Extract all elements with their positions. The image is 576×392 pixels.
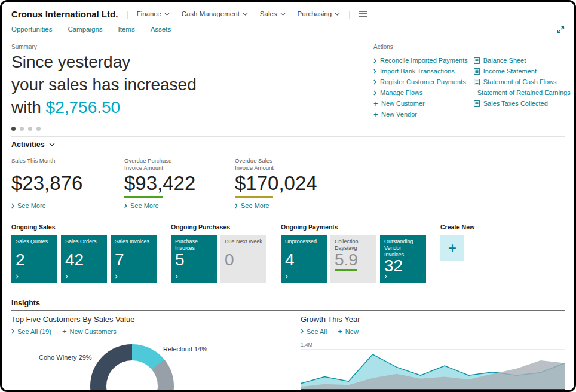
plus-icon: + xyxy=(373,100,378,107)
customers-donut-canvas: Coho Winery 29% Relecloud 14% xyxy=(11,339,301,392)
tile-outstanding-vendor-invoices[interactable]: Outstanding Vendor Invoices 32 xyxy=(380,235,426,283)
chevron-down-icon xyxy=(164,13,170,16)
insights-charts: Top Five Customers By Sales Value See Al… xyxy=(11,315,565,392)
growth-panel: Growth This Year See All + New 1.4M xyxy=(301,315,565,392)
action-reconcile-imported-payments[interactable]: Reconcile Imported Payments xyxy=(373,55,468,66)
action-balance-sheet[interactable]: Balance Sheet xyxy=(474,55,568,66)
kpi-value: $93,422 xyxy=(124,173,235,194)
menu-icon[interactable] xyxy=(359,11,367,17)
kpi-overdue-sales: Overdue SalesInvoice Amount $170,024 See… xyxy=(235,157,348,209)
carousel-dot[interactable] xyxy=(11,127,16,131)
nav-link-opportunities[interactable]: Opportunities xyxy=(11,26,52,33)
cue-bar xyxy=(335,270,357,271)
report-icon xyxy=(474,57,480,64)
action-manage-flows[interactable]: Manage Flows xyxy=(373,87,468,98)
action-new-vendor[interactable]: + New Vendor xyxy=(373,109,468,120)
see-all-growth-link[interactable]: See All xyxy=(301,327,327,336)
chevron-right-icon xyxy=(373,58,376,63)
tile-purchase-invoices[interactable]: Purchase Invoices 5 xyxy=(171,235,217,283)
action-income-statement[interactable]: Income Statement xyxy=(474,66,568,76)
report-icon xyxy=(474,100,480,107)
see-more-link[interactable]: See More xyxy=(11,202,124,209)
menu-purchasing[interactable]: Purchasing xyxy=(298,10,341,17)
growth-title: Growth This Year xyxy=(301,315,565,324)
top-customers-panel: Top Five Customers By Sales Value See Al… xyxy=(11,315,301,392)
action-statement-of-retained-earnings[interactable]: Statement of Retained Earnings xyxy=(474,87,568,98)
y-axis-label: 1.4M xyxy=(301,342,565,348)
report-icon xyxy=(474,79,480,85)
carousel-dot[interactable] xyxy=(28,127,32,131)
group-ongoing-purchases: Ongoing Purchases Purchase Invoices 5 Du… xyxy=(171,223,266,283)
plus-icon: + xyxy=(62,327,67,336)
menu-cash-management[interactable]: Cash Management xyxy=(182,10,248,17)
top-navigation-bar: Cronus International Ltd. | Finance Cash… xyxy=(11,5,565,22)
cue-bar xyxy=(124,196,163,198)
chevron-right-icon xyxy=(11,203,14,209)
tile-due-next-week[interactable]: Due Next Week 0 xyxy=(220,235,266,283)
chevron-right-icon xyxy=(373,69,376,74)
kpi-overdue-purchase: Overdue PurchaseInvoice Amount $93,422 S… xyxy=(124,157,235,209)
chevron-right-icon xyxy=(175,274,178,279)
carousel-dots xyxy=(11,127,565,131)
kpi-value: $170,024 xyxy=(235,173,348,194)
new-customers-link[interactable]: + New Customers xyxy=(62,327,117,336)
donut-label-relecloud: Relecloud 14% xyxy=(163,345,207,353)
action-statement-of-cash-flows[interactable]: Statement of Cash Flows xyxy=(474,76,568,87)
chevron-right-icon xyxy=(285,274,288,279)
x-axis-line xyxy=(301,389,565,391)
see-more-link[interactable]: See More xyxy=(235,202,348,209)
tile-collection-days[interactable]: Collection Days/avg 5.9 xyxy=(330,235,376,283)
menu-finance[interactable]: Finance xyxy=(137,10,170,17)
chevron-right-icon xyxy=(65,274,68,279)
summary-block: Summary Since yesterday your sales has i… xyxy=(11,44,373,120)
divider xyxy=(11,295,565,295)
group-ongoing-payments: Ongoing Payments Unprocessed 4 Collectio… xyxy=(281,223,426,283)
chevron-right-icon xyxy=(301,329,304,334)
activities-heading[interactable]: Activities xyxy=(11,140,565,149)
menu-sales[interactable]: Sales xyxy=(260,10,286,17)
see-all-customers-link[interactable]: See All (19) xyxy=(11,327,51,336)
focus-mode-icon[interactable] xyxy=(557,26,565,33)
action-import-bank-transactions[interactable]: Import Bank Transactions xyxy=(373,66,468,76)
headline-line1: Since yesterday xyxy=(11,51,373,73)
kpi-sales-this-month: Sales This Month $23,876 See More xyxy=(11,157,124,209)
kpi-row: Sales This Month $23,876 See More Overdu… xyxy=(11,157,565,209)
chevron-right-icon xyxy=(11,329,14,334)
carousel-dot[interactable] xyxy=(20,127,24,131)
action-new-customer[interactable]: + New Customer xyxy=(373,98,468,109)
plus-icon: + xyxy=(338,327,342,336)
donut-label-coho: Coho Winery 29% xyxy=(39,354,92,361)
headline-section: Summary Since yesterday your sales has i… xyxy=(11,44,565,120)
nav-link-assets[interactable]: Assets xyxy=(151,26,171,33)
chevron-right-icon xyxy=(235,203,238,209)
insights-title: Insights xyxy=(11,299,40,307)
see-more-link[interactable]: See More xyxy=(124,202,235,209)
create-new-tile[interactable]: + xyxy=(440,235,464,261)
chevron-right-icon xyxy=(16,274,19,279)
nav-link-campaigns[interactable]: Campaigns xyxy=(68,26,102,33)
tile-sales-orders[interactable]: Sales Orders 42 xyxy=(61,235,107,283)
tile-unprocessed[interactable]: Unprocessed 4 xyxy=(281,235,327,283)
divider xyxy=(11,152,565,152)
kpi-value: $23,876 xyxy=(11,173,124,194)
area-chart[interactable] xyxy=(301,350,565,389)
headline-line3: with $2,756.50 xyxy=(11,97,373,118)
main-menus: Finance Cash Management Sales Purchasing xyxy=(137,10,340,17)
sub-navigation: Opportunities Campaigns Items Assets xyxy=(11,22,565,36)
tile-sales-invoices[interactable]: Sales Invoices 7 xyxy=(111,235,157,283)
new-growth-link[interactable]: + New xyxy=(338,327,359,336)
action-sales-taxes-collected[interactable]: Sales Taxes Collected xyxy=(474,98,568,109)
chevron-right-icon xyxy=(373,79,376,85)
chevron-right-icon xyxy=(124,203,127,209)
report-icon xyxy=(474,68,480,75)
tile-sales-quotes[interactable]: Sales Quotes 2 xyxy=(11,235,57,283)
nav-link-items[interactable]: Items xyxy=(118,26,135,33)
summary-label: Summary xyxy=(11,44,373,50)
chevron-right-icon xyxy=(115,274,118,279)
chevron-down-icon xyxy=(243,13,248,16)
cue-bar xyxy=(11,196,50,198)
action-register-customer-payments[interactable]: Register Customer Payments xyxy=(373,76,468,87)
carousel-dot[interactable] xyxy=(36,127,41,131)
divider: | xyxy=(126,10,128,19)
headline-line2: your sales has increased xyxy=(11,74,373,96)
